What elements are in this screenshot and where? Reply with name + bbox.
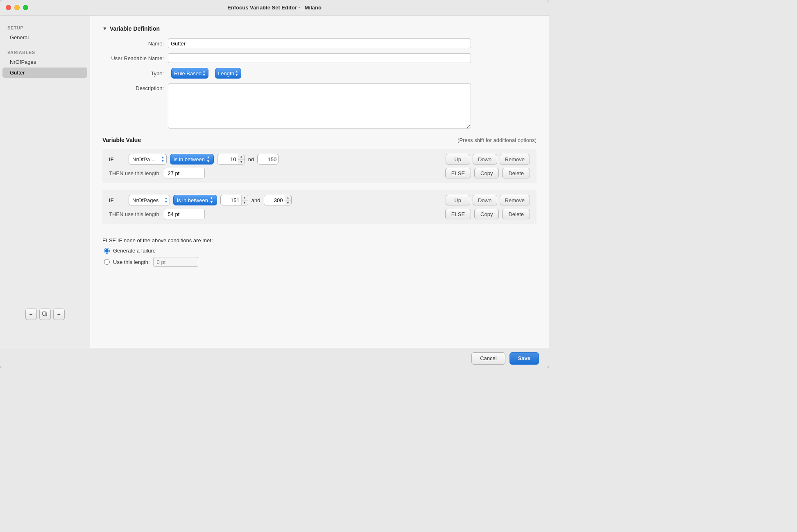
down-btn-2[interactable]: Down	[473, 195, 497, 205]
sidebar-item-general[interactable]: General	[2, 32, 87, 43]
to-val-down-btn-2[interactable]: ▼	[285, 201, 291, 205]
footer: Cancel Save	[0, 348, 549, 368]
duplicate-variable-button[interactable]	[39, 309, 51, 320]
sidebar-tools: + −	[0, 305, 90, 323]
from-val-input-2[interactable]	[221, 195, 241, 205]
then-value-input-1[interactable]	[164, 168, 205, 178]
sidebar-item-gutter[interactable]: Gutter	[2, 68, 87, 78]
cancel-button[interactable]: Cancel	[471, 352, 505, 365]
then-value-input-2[interactable]	[164, 209, 205, 219]
unit-select-wrapper[interactable]: Length ▲ ▼	[215, 68, 241, 79]
rule-if-row-1: IF NrOfPa… ▲▼ is in between	[109, 154, 530, 165]
else-title: ELSE IF none of the above conditions are…	[102, 237, 537, 243]
down-btn-1[interactable]: Down	[473, 154, 497, 165]
user-readable-row: User Readable Name:	[102, 53, 537, 63]
from-val-up-btn-2[interactable]: ▲	[242, 195, 248, 201]
then-keyword-1: THEN use this length:	[109, 170, 161, 176]
minimize-button[interactable]	[14, 5, 20, 10]
window: Enfocus Variable Set Editor - _Milano SE…	[0, 0, 549, 368]
description-label: Description:	[102, 83, 168, 91]
up-btn-2[interactable]: Up	[446, 195, 470, 205]
window-title: Enfocus Variable Set Editor - _Milano	[227, 5, 322, 11]
then-keyword-2: THEN use this length:	[109, 211, 161, 217]
if-keyword-1: IF	[109, 156, 125, 162]
from-val-wrapper-1: ▲ ▼	[217, 154, 245, 165]
variable-value-header: Variable Value (Press shift for addition…	[102, 137, 537, 143]
maximize-button[interactable]	[23, 5, 28, 10]
to-val-up-btn-2[interactable]: ▲	[285, 195, 291, 201]
else-section: ELSE IF none of the above conditions are…	[102, 231, 537, 267]
type-row: Type: Rule Based ▲ ▼ Length ▲	[102, 68, 537, 79]
condition-op-wrapper-2[interactable]: is in between ▲▼	[173, 195, 217, 205]
from-val-spinner-2: ▲ ▼	[241, 195, 248, 205]
content-area: ▼ Variable Definition Name: User Readabl…	[90, 16, 549, 348]
radio-generate-row: Generate a failure	[104, 248, 537, 254]
type-label: Type:	[102, 70, 168, 77]
titlebar: Enfocus Variable Set Editor - _Milano	[0, 0, 549, 16]
to-val-wrapper-1	[257, 154, 278, 165]
copy-btn-1[interactable]: Copy	[474, 168, 499, 178]
name-input[interactable]	[168, 38, 471, 48]
type-select-wrapper[interactable]: Rule Based ▲ ▼	[171, 68, 208, 79]
remove-variable-button[interactable]: −	[53, 309, 65, 320]
name-row: Name:	[102, 38, 537, 48]
radio-generate[interactable]	[104, 248, 110, 254]
rule-block-1: IF NrOfPa… ▲▼ is in between	[102, 149, 537, 183]
name-label: Name:	[102, 41, 168, 47]
else-btn-2[interactable]: ELSE	[445, 209, 471, 219]
save-button[interactable]: Save	[509, 352, 539, 365]
delete-btn-2[interactable]: Delete	[502, 209, 530, 219]
description-textarea[interactable]	[168, 83, 471, 128]
variable-definition-title: Variable Definition	[110, 25, 160, 32]
from-val-down-btn-2[interactable]: ▼	[242, 201, 248, 205]
from-val-up-btn-1[interactable]: ▲	[238, 154, 245, 160]
condition-op-arrows-icon-1: ▲▼	[206, 156, 210, 163]
add-variable-button[interactable]: +	[25, 309, 37, 320]
if-keyword-2: IF	[109, 197, 125, 203]
condition-op-value-2: is in between	[177, 197, 208, 203]
variable-definition-header: ▼ Variable Definition	[102, 25, 537, 32]
variable-value-section: Variable Value (Press shift for addition…	[102, 137, 537, 267]
delete-btn-1[interactable]: Delete	[502, 168, 530, 178]
variable-definition-section: ▼ Variable Definition Name: User Readabl…	[102, 25, 537, 128]
from-val-down-btn-1[interactable]: ▼	[238, 160, 245, 165]
radio-group: Generate a failure Use this length:	[102, 248, 537, 267]
unit-select-value: Length	[218, 70, 234, 77]
from-val-wrapper-2: ▲ ▼	[220, 195, 248, 205]
variables-section-label: VARIABLES	[0, 47, 90, 56]
sidebar: SETUP General VARIABLES NrOfPages Gutter…	[0, 16, 90, 348]
up-btn-1[interactable]: Up	[446, 154, 470, 165]
type-select-arrows-icon: ▲ ▼	[202, 70, 206, 77]
type-controls: Rule Based ▲ ▼ Length ▲ ▼	[168, 68, 241, 79]
from-val-input-1[interactable]	[217, 154, 238, 164]
use-length-input[interactable]	[153, 257, 198, 267]
main-content: SETUP General VARIABLES NrOfPages Gutter…	[0, 16, 549, 348]
rule-actions-2: Up Down Remove	[446, 195, 530, 205]
condition-var-wrapper-1: NrOfPa… ▲▼	[129, 154, 167, 165]
rule-block-2: IF NrOfPages ▲▼ is in between	[102, 190, 537, 224]
remove-btn-2[interactable]: Remove	[500, 195, 530, 205]
condition-var-select-2[interactable]: NrOfPages	[129, 195, 170, 205]
variable-value-hint: (Press shift for additional options)	[457, 137, 537, 143]
condition-op-wrapper-1[interactable]: is in between ▲▼	[170, 154, 214, 165]
condition-var-select-1[interactable]: NrOfPa…	[129, 154, 167, 165]
copy-btn-2[interactable]: Copy	[474, 209, 499, 219]
and-text-1: nd	[248, 156, 254, 162]
setup-section-label: SETUP	[0, 22, 90, 32]
to-val-wrapper-2: ▲ ▼	[264, 195, 292, 205]
radio-use-length[interactable]	[104, 259, 110, 265]
user-readable-label: User Readable Name:	[102, 55, 168, 61]
sidebar-item-nrofpages[interactable]: NrOfPages	[2, 57, 87, 67]
to-val-spinner-2: ▲ ▼	[285, 195, 291, 205]
rule-actions-1: Up Down Remove	[446, 154, 530, 165]
rule-then-row-2: THEN use this length: ELSE Copy Delete	[109, 209, 530, 219]
to-val-input-1[interactable]	[258, 154, 278, 164]
user-readable-input[interactable]	[168, 53, 471, 63]
to-val-input-2[interactable]	[264, 195, 285, 205]
remove-btn-1[interactable]: Remove	[500, 154, 530, 165]
svg-rect-1	[43, 312, 46, 315]
close-button[interactable]	[6, 5, 11, 10]
duplicate-icon	[42, 311, 48, 317]
else-btn-1[interactable]: ELSE	[445, 168, 471, 178]
collapse-triangle-icon[interactable]: ▼	[102, 26, 107, 32]
